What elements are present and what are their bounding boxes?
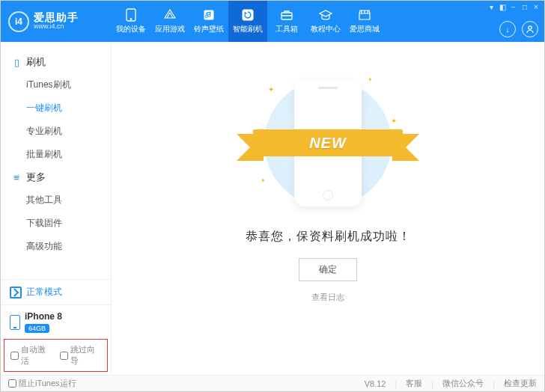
music-icon <box>202 8 216 22</box>
nav-my-device[interactable]: 我的设备 <box>112 1 150 42</box>
download-button[interactable]: ↓ <box>499 21 516 37</box>
brand-block: i4 爱思助手 www.i4.cn <box>1 11 112 32</box>
nav-label: 教程中心 <box>311 24 341 34</box>
new-ribbon: NEW <box>253 125 403 161</box>
nav-tutorials[interactable]: 教程中心 <box>306 1 345 42</box>
device-name: iPhone 8 <box>25 311 62 322</box>
sidebar-item-batch-flash[interactable]: 批量刷机 <box>1 143 111 166</box>
nav-label: 工具箱 <box>275 24 298 34</box>
nav-ringtones[interactable]: 铃声壁纸 <box>189 1 228 42</box>
flash-options-row: 自动激活 跳过向导 <box>4 339 108 372</box>
skip-wizard-checkbox[interactable]: 跳过向导 <box>60 344 102 367</box>
divider: | <box>395 379 397 388</box>
nav-apps[interactable]: 应用游戏 <box>150 1 189 42</box>
sidebar: ▯ 刷机 iTunes刷机 一键刷机 专业刷机 批量刷机 ≡ 更多 其他工具 下… <box>1 42 112 375</box>
star-icon: ✦ <box>368 76 373 83</box>
sidebar-item-download-firmware[interactable]: 下载固件 <box>1 212 111 235</box>
auto-activate-checkbox[interactable]: 自动激活 <box>10 344 52 367</box>
nav-toolbox[interactable]: 工具箱 <box>267 1 306 42</box>
toolbox-icon <box>280 8 293 22</box>
section-title: 刷机 <box>26 55 46 69</box>
phone-outline-icon <box>10 315 20 330</box>
sidebar-item-itunes-flash[interactable]: iTunes刷机 <box>1 73 111 97</box>
ribbon-text: NEW <box>309 135 347 152</box>
graduation-icon <box>319 8 332 22</box>
divider: | <box>431 379 433 388</box>
footer-link-update[interactable]: 检查更新 <box>504 378 537 389</box>
phone-icon <box>124 8 138 22</box>
nav-label: 爱思商城 <box>350 24 380 34</box>
sidebar-item-advanced[interactable]: 高级功能 <box>1 235 111 258</box>
block-itunes-checkbox[interactable]: 阻止iTunes运行 <box>8 378 76 389</box>
ok-button[interactable]: 确定 <box>299 258 357 281</box>
star-icon: ✦ <box>268 85 274 94</box>
view-log-link[interactable]: 查看日志 <box>311 292 344 303</box>
nav-label: 铃声壁纸 <box>194 24 224 34</box>
brand-name: 爱思助手 <box>34 12 79 23</box>
svg-point-1 <box>130 19 132 20</box>
refresh-icon <box>241 8 255 22</box>
checkbox-label: 跳过向导 <box>70 344 102 367</box>
header-bar: i4 爱思助手 www.i4.cn 我的设备 应用游戏 铃声壁纸 智能刷机 <box>1 1 544 42</box>
checkbox-label: 阻止iTunes运行 <box>19 378 76 389</box>
sidebar-item-oneclick-flash[interactable]: 一键刷机 <box>1 97 111 120</box>
apps-icon <box>163 8 177 22</box>
version-label: V8.12 <box>365 379 386 388</box>
device-info: iPhone 8 64GB <box>25 311 62 333</box>
footer-link-wechat[interactable]: 微信公众号 <box>442 378 484 389</box>
sidebar-sections: ▯ 刷机 iTunes刷机 一键刷机 专业刷机 批量刷机 ≡ 更多 其他工具 下… <box>1 42 111 279</box>
divider: | <box>493 379 495 388</box>
header-right-actions: ↓ <box>499 21 538 37</box>
sidebar-item-pro-flash[interactable]: 专业刷机 <box>1 120 111 143</box>
mode-icon <box>10 287 22 298</box>
brand-logo-icon: i4 <box>8 11 29 32</box>
mode-label: 正常模式 <box>26 286 62 298</box>
nav-flash[interactable]: 智能刷机 <box>228 1 267 42</box>
svg-point-5 <box>529 26 532 29</box>
skin-icon[interactable]: ◧ <box>497 2 508 11</box>
top-nav: 我的设备 应用游戏 铃声壁纸 智能刷机 工具箱 教程中心 <box>112 1 384 42</box>
device-row[interactable]: iPhone 8 64GB <box>1 305 111 339</box>
sidebar-section-more: ≡ 更多 <box>1 166 111 189</box>
store-icon <box>358 8 371 22</box>
svg-rect-3 <box>243 10 253 20</box>
success-message: 恭喜您，保资料刷机成功啦！ <box>246 229 411 245</box>
star-icon: ✦ <box>261 177 266 184</box>
status-bar: 阻止iTunes运行 V8.12 | 客服 | 微信公众号 | 检查更新 <box>1 375 544 391</box>
footer-right: V8.12 | 客服 | 微信公众号 | 检查更新 <box>365 378 537 389</box>
nav-label: 应用游戏 <box>155 24 185 34</box>
sidebar-section-flash: ▯ 刷机 <box>1 51 111 73</box>
menu-icon[interactable]: ▾ <box>486 2 496 11</box>
close-button[interactable]: × <box>531 2 541 11</box>
nav-label: 智能刷机 <box>233 24 263 34</box>
body: ▯ 刷机 iTunes刷机 一键刷机 专业刷机 批量刷机 ≡ 更多 其他工具 下… <box>1 42 544 375</box>
main-content: ✦ ✦ ✦ ✦ NEW 恭喜您，保资料刷机成功啦！ 确定 查看日志 <box>112 42 544 375</box>
success-illustration: ✦ ✦ ✦ ✦ NEW <box>246 72 410 214</box>
minimize-button[interactable]: − <box>508 2 519 11</box>
maximize-button[interactable]: □ <box>520 2 530 11</box>
storage-badge: 64GB <box>25 324 49 333</box>
brand-text: 爱思助手 www.i4.cn <box>34 12 79 31</box>
checkbox-label: 自动激活 <box>21 344 52 367</box>
sidebar-bottom: 正常模式 iPhone 8 64GB 自动激活 跳过向导 <box>1 279 111 375</box>
nav-label: 我的设备 <box>116 24 146 34</box>
phone-outline-icon: ▯ <box>11 57 22 68</box>
user-button[interactable] <box>522 21 538 37</box>
device-mode-row[interactable]: 正常模式 <box>1 280 111 305</box>
sidebar-item-other-tools[interactable]: 其他工具 <box>1 189 111 212</box>
app-window: i4 爱思助手 www.i4.cn 我的设备 应用游戏 铃声壁纸 智能刷机 <box>0 0 545 392</box>
window-controls: ▾ ◧ − □ × <box>486 2 541 11</box>
section-title: 更多 <box>26 171 46 184</box>
more-icon: ≡ <box>11 172 22 183</box>
nav-store[interactable]: 爱思商城 <box>345 1 384 42</box>
star-icon: ✦ <box>391 117 397 125</box>
brand-url: www.i4.cn <box>34 23 79 31</box>
footer-link-support[interactable]: 客服 <box>406 378 422 389</box>
